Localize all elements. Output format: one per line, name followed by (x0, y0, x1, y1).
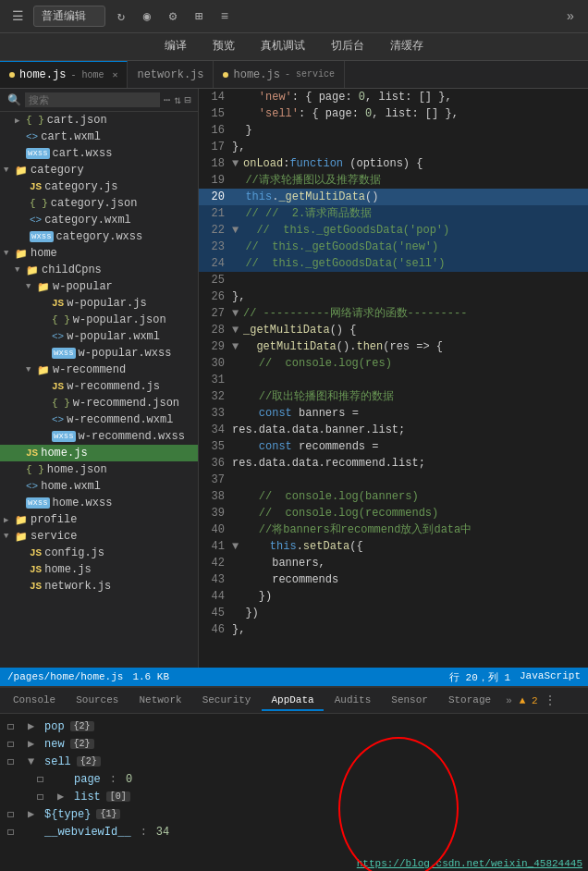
fold-arrow-icon[interactable]: ▼ (232, 338, 243, 355)
sidebar-item-category-wxml[interactable]: <> category.wxml (0, 212, 198, 228)
sidebar-item-home-js[interactable]: JS home.js (0, 445, 198, 461)
compile-button[interactable]: 编译 (152, 34, 200, 59)
tab-sensor[interactable]: Sensor (382, 691, 437, 711)
line-number: 17 (199, 139, 232, 155)
list-item-page: ☐ page : 0 (0, 770, 588, 788)
tab-close-icon[interactable]: ✕ (112, 69, 117, 80)
tab-appdata[interactable]: AppData (262, 691, 323, 711)
fold-arrow-icon[interactable]: ▼ (232, 155, 243, 172)
tab-home-js-service[interactable]: home.js - service (214, 61, 344, 88)
fold-arrow-icon[interactable]: ▼ (232, 538, 243, 555)
sidebar-item-home-wxss[interactable]: wxss home.wxss (0, 495, 198, 511)
search-input[interactable] (25, 92, 160, 107)
fold-arrow-icon[interactable]: ▼ (232, 305, 243, 322)
expand-icon[interactable]: ▶ (57, 790, 68, 804)
tab-home-js-home[interactable]: home.js - home ✕ (0, 61, 128, 88)
json-icon: { } (26, 115, 44, 126)
sidebar-options-icon[interactable]: ⋯ (164, 93, 170, 107)
layers-icon[interactable]: ≡ (214, 6, 235, 27)
sidebar-item-w-recommend-wxss[interactable]: wxss w-recommend.wxss (0, 428, 198, 445)
code-text: // console.log(banners) (232, 488, 588, 505)
sidebar-item-category[interactable]: ▼ 📁 category (0, 162, 198, 178)
sidebar-item-w-popular-js[interactable]: JS w-popular.js (0, 295, 198, 312)
expand-icon[interactable]: ▶ (28, 719, 39, 733)
expand-icon[interactable]: ▶ (28, 807, 39, 821)
list-item-list[interactable]: ☐ ▶ list [0] (0, 788, 588, 805)
status-right: 行 20，列 1 JavaScript (449, 670, 581, 684)
real-machine-button[interactable]: 真机调试 (248, 34, 318, 59)
settings-icon[interactable]: ⚙ (163, 6, 183, 27)
eye-icon[interactable]: ◉ (137, 6, 157, 27)
data-value: 0 (126, 773, 132, 786)
data-key: page (74, 773, 101, 786)
sidebar-item-service-home-js[interactable]: JS home.js (0, 561, 198, 578)
tab-audits[interactable]: Audits (325, 691, 381, 711)
sidebar-item-label: w-recommend.js (67, 380, 160, 393)
sidebar-item-w-recommend[interactable]: ▼ 📁 w-recommend (0, 362, 198, 378)
expand-icon[interactable]: ▶ (28, 737, 39, 751)
sidebar-item-w-recommend-json[interactable]: { } w-recommend.json (0, 395, 198, 411)
code-text: }, (232, 139, 588, 155)
list-item-sell[interactable]: ☐ ▼ sell {2} (0, 753, 588, 770)
sidebar-collapse-icon[interactable]: ⊟ (184, 93, 190, 107)
mode-dropdown[interactable]: 普通编辑 (33, 6, 105, 27)
bottom-settings-icon[interactable]: ⋮ (544, 693, 557, 708)
sidebar-item-w-popular-wxml[interactable]: <> w-popular.wxml (0, 328, 198, 345)
sidebar-item-w-recommend-wxml[interactable]: <> w-recommend.wxml (0, 411, 198, 428)
sidebar-item-w-recommend-js[interactable]: JS w-recommend.js (0, 378, 198, 395)
refresh-icon[interactable]: ↻ (111, 6, 131, 27)
sidebar-item-childcpns[interactable]: ▼ 📁 childCpns (0, 262, 198, 278)
tab-sources[interactable]: Sources (67, 691, 128, 711)
tab-security[interactable]: Security (193, 691, 261, 711)
split-icon[interactable]: ⊞ (189, 6, 209, 27)
list-item-new[interactable]: ☐ ▶ new {2} (0, 735, 588, 753)
bottom-link[interactable]: https://blog.csdn.net/weixin_45824445 (351, 856, 588, 871)
code-text: //取出轮播图和推荐的数据 (232, 388, 588, 405)
tab-network-js[interactable]: network.js (128, 61, 214, 88)
code-line-23: 23 // this._getGoodsData('new') (199, 239, 588, 255)
sidebar-item-service[interactable]: ▼ 📁 service (0, 528, 198, 545)
sidebar-item-home-json[interactable]: { } home.json (0, 461, 198, 478)
menu-icon[interactable]: ☰ (7, 6, 28, 27)
sidebar-item-category-wxss[interactable]: wxss category.wxss (0, 228, 198, 245)
fold-arrow-icon[interactable]: ▼ (232, 322, 243, 338)
list-item-type[interactable]: ☐ ▶ ${type} {1} (0, 805, 588, 823)
data-key: __webviewId__ (44, 826, 131, 839)
tab-network[interactable]: Network (129, 691, 190, 711)
sidebar-item-w-popular[interactable]: ▼ 📁 w-popular (0, 278, 198, 295)
tab-storage[interactable]: Storage (439, 691, 500, 711)
sidebar-sort-icon[interactable]: ⇅ (174, 93, 180, 107)
sidebar-item-profile[interactable]: ▶ 📁 profile (0, 511, 198, 528)
more-icon[interactable]: » (560, 6, 581, 27)
sidebar-item-label: w-recommend.wxss (79, 430, 185, 443)
sidebar-item-category-json[interactable]: { } category.json (0, 195, 198, 212)
tab-more-icon[interactable]: » (506, 695, 512, 706)
json-icon: { } (52, 398, 70, 409)
line-number: 16 (199, 122, 232, 139)
clear-cache-button[interactable]: 清缓存 (377, 34, 436, 59)
sidebar-item-cart-json[interactable]: ▶ { } cart.json (0, 112, 198, 129)
sidebar-item-w-popular-wxss[interactable]: wxss w-popular.wxss (0, 345, 198, 362)
sidebar-item-home[interactable]: ▼ 📁 home (0, 245, 198, 262)
sidebar-item-category-js[interactable]: JS category.js (0, 178, 198, 195)
sidebar-item-config-js[interactable]: JS config.js (0, 545, 198, 561)
sidebar-item-cart-wxss[interactable]: wxss cart.wxss (0, 145, 198, 162)
tab-console[interactable]: Console (4, 691, 65, 711)
list-item-pop[interactable]: ☐ ▶ pop {2} (0, 718, 588, 735)
preview-button[interactable]: 预览 (200, 34, 248, 59)
cut-back-button[interactable]: 切后台 (318, 34, 377, 59)
code-line-22: 22 ▼ // this._getGoodsData('pop') (199, 222, 588, 239)
expand-icon[interactable]: ▼ (28, 755, 39, 768)
sidebar-item-home-wxml[interactable]: <> home.wxml (0, 478, 198, 495)
sidebar-item-cart-wxml[interactable]: <> cart.wxml (0, 129, 198, 145)
sidebar-item-w-popular-json[interactable]: { } w-popular.json (0, 312, 198, 328)
data-badge: [0] (106, 791, 130, 802)
code-editor[interactable]: 14 'new': { page: 0, list: [] }, 15 'sel… (199, 89, 588, 668)
code-text: onLoad:function (options) { (243, 155, 588, 172)
arrow-icon: ▶ (4, 515, 15, 525)
code-text: // console.log(res) (232, 355, 588, 372)
sidebar-item-service-network-js[interactable]: JS network.js (0, 578, 198, 595)
cursor-position: 行 20，列 1 (449, 670, 510, 684)
fold-arrow-icon[interactable]: ▼ (232, 222, 243, 239)
sidebar-item-label: home.js (41, 447, 87, 460)
